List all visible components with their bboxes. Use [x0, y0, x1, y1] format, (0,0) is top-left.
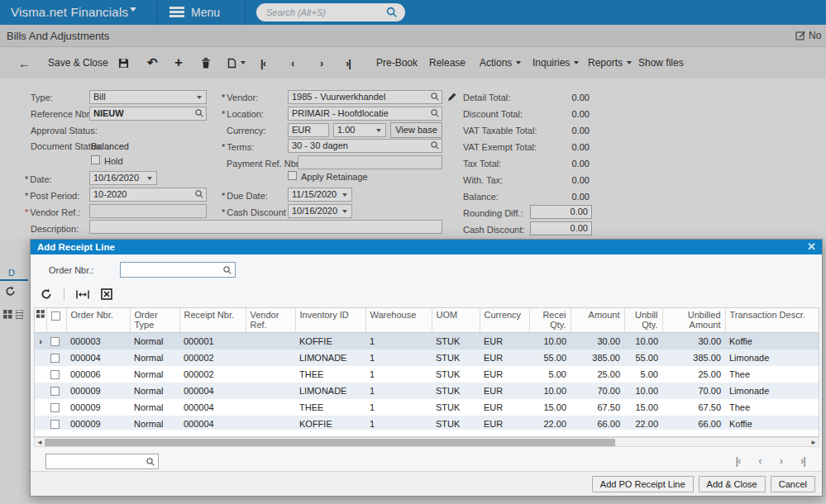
col-receipt-nbr[interactable]: Receipt Nbr.: [179, 308, 246, 333]
grid-empty-area: [34, 430, 819, 437]
row-checkbox[interactable]: [46, 383, 66, 399]
col-inventory-id[interactable]: Inventory ID: [295, 308, 365, 333]
order-nbr-field[interactable]: [120, 262, 236, 278]
close-icon[interactable]: ✕: [807, 240, 816, 254]
col-order-type[interactable]: Order Type: [130, 308, 179, 333]
next-page-icon[interactable]: ›: [780, 454, 782, 467]
col-unbilled-amount[interactable]: Unbilled Amount: [662, 308, 725, 333]
col-order-nbr[interactable]: Order Nbr.: [66, 308, 130, 333]
first-page-icon[interactable]: |‹: [735, 454, 740, 467]
col-warehouse[interactable]: Warehouse: [365, 308, 432, 333]
select-all-checkbox[interactable]: [46, 308, 66, 333]
table-row[interactable]: 000004Normal000002LIMONADE1STUKEUR55.003…: [35, 349, 819, 366]
row-checkbox[interactable]: [46, 349, 66, 366]
grid-search-field[interactable]: [45, 454, 159, 469]
scrollbar-thumb[interactable]: [45, 439, 615, 446]
row-checkbox[interactable]: [46, 399, 66, 416]
fit-width-icon[interactable]: [76, 289, 89, 300]
dialog-footer: Add PO Receipt Line Add & Close Cancel: [31, 471, 822, 496]
order-nbr-input[interactable]: [123, 264, 221, 275]
current-row-indicator: ›: [35, 333, 46, 349]
dialog-title-bar[interactable]: Add Receipt Line ✕: [31, 240, 822, 254]
add-po-receipt-line-button[interactable]: Add PO Receipt Line: [592, 476, 694, 492]
receipt-lines-grid: Order Nbr. Order Type Receipt Nbr. Vendo…: [34, 307, 819, 432]
col-currency[interactable]: Currency: [480, 308, 529, 333]
grid-settings-icon[interactable]: [35, 308, 46, 333]
col-receipt-qty[interactable]: Recei Qty.: [529, 308, 571, 333]
add-receipt-line-dialog: Add Receipt Line ✕ Order Nbr.: Order Nbr…: [30, 239, 823, 497]
scroll-right-icon[interactable]: ►: [810, 438, 817, 447]
col-unbilled-qty[interactable]: Unbill Qty.: [624, 308, 662, 333]
dialog-title: Add Receipt Line: [37, 242, 115, 252]
toolbar-divider: [64, 288, 64, 301]
col-transaction-descr[interactable]: Transaction Descr.: [725, 308, 819, 333]
table-row[interactable]: 000009Normal000004LIMONADE1STUKEUR10.007…: [35, 383, 819, 399]
cancel-button[interactable]: Cancel: [771, 476, 815, 492]
scroll-left-icon[interactable]: ◄: [36, 438, 43, 447]
grid-header-row: Order Nbr. Order Type Receipt Nbr. Vendo…: [35, 308, 819, 333]
search-icon[interactable]: [146, 457, 155, 467]
lookup-icon[interactable]: [222, 265, 232, 275]
row-checkbox[interactable]: [46, 366, 66, 383]
grid-pager: |‹ ‹ › ›|: [735, 454, 805, 467]
grid-search-input[interactable]: [49, 456, 144, 467]
last-page-icon[interactable]: ›|: [800, 454, 805, 467]
col-amount[interactable]: Amount: [571, 308, 624, 333]
table-row[interactable]: 000009Normal000004THEE1STUKEUR15.0067.50…: [35, 399, 819, 416]
prev-page-icon[interactable]: ‹: [758, 454, 761, 467]
refresh-icon[interactable]: [41, 288, 52, 300]
grid-toolbar: [41, 285, 112, 303]
table-row[interactable]: › 000003Normal000001KOFFIE1STUKEUR10.003…: [35, 333, 819, 349]
horizontal-scrollbar[interactable]: ◄ ►: [34, 437, 819, 447]
order-nbr-label: Order Nbr.:: [49, 265, 93, 275]
table-row[interactable]: 000006Normal000002THEE1STUKEUR5.0025.005…: [35, 366, 819, 383]
export-to-excel-icon[interactable]: [101, 288, 112, 300]
col-vendor-ref[interactable]: Vendor Ref.: [246, 308, 295, 333]
col-uom[interactable]: UOM: [432, 308, 480, 333]
row-checkbox[interactable]: [46, 333, 66, 349]
add-and-close-button[interactable]: Add & Close: [699, 476, 766, 492]
